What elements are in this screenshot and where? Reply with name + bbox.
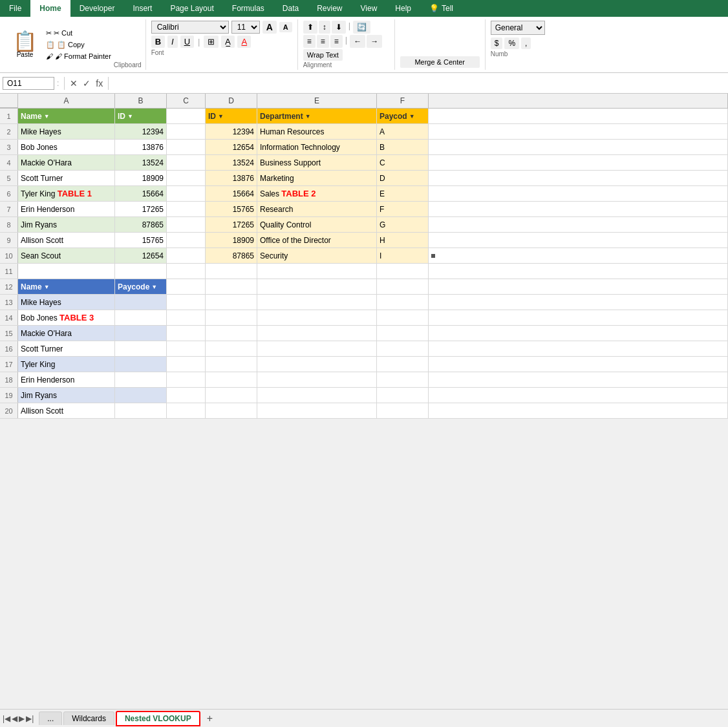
cell-e4[interactable]: Business Support — [257, 155, 377, 170]
cell-c16[interactable] — [167, 341, 206, 356]
cell-c1[interactable] — [167, 109, 206, 123]
cell-f19[interactable] — [377, 388, 429, 403]
t3-name-dd[interactable]: ▼ — [44, 284, 50, 290]
cell-f18[interactable] — [377, 372, 429, 387]
bold-button[interactable]: B — [151, 36, 165, 48]
cell-f16[interactable] — [377, 341, 429, 356]
cell-d17[interactable] — [206, 357, 257, 372]
cell-e11[interactable] — [257, 264, 377, 279]
cell-b10[interactable]: 12654 — [115, 248, 167, 263]
cell-e19[interactable] — [257, 388, 377, 403]
cell-a4[interactable]: Mackie O'Hara — [18, 155, 115, 170]
cell-e2[interactable]: Human Resources — [257, 124, 377, 139]
cell-f9[interactable]: H — [377, 233, 429, 248]
cell-a13[interactable]: Mike Hayes — [18, 295, 115, 310]
cell-d5[interactable]: 13876 — [206, 171, 257, 185]
cell-e7[interactable]: Research — [257, 202, 377, 216]
cell-c11[interactable] — [167, 264, 206, 279]
font-name-select[interactable]: Calibri — [151, 21, 229, 34]
cell-a12[interactable]: Name ▼ — [18, 279, 115, 294]
tab-page-layout[interactable]: Page Layout — [161, 0, 222, 17]
formula-icon[interactable]: fx — [96, 78, 103, 89]
cell-c15[interactable] — [167, 326, 206, 341]
resize-handle[interactable] — [431, 254, 435, 258]
cell-a18[interactable]: Erin Henderson — [18, 372, 115, 387]
paste-button[interactable]: 📋 Paste — [9, 30, 41, 59]
font-grow-button[interactable]: A — [262, 21, 277, 34]
cell-f2[interactable]: A — [377, 124, 429, 139]
cell-e13[interactable] — [257, 295, 377, 310]
cell-f13[interactable] — [377, 295, 429, 310]
cell-b13[interactable] — [115, 295, 167, 310]
tab-data[interactable]: Data — [273, 0, 308, 17]
cell-d18[interactable] — [206, 372, 257, 387]
cell-b17[interactable] — [115, 357, 167, 372]
cell-a7[interactable]: Erin Henderson — [18, 202, 115, 216]
cell-b16[interactable] — [115, 341, 167, 356]
cell-a5[interactable]: Scott Turner — [18, 171, 115, 185]
percent-button[interactable]: % — [504, 37, 519, 49]
t2-id-dd[interactable]: ▼ — [218, 113, 224, 120]
col-header-e[interactable]: E — [257, 94, 377, 108]
cell-c2[interactable] — [167, 124, 206, 139]
tab-home[interactable]: Home — [30, 0, 70, 17]
number-format-select[interactable]: General — [491, 21, 545, 35]
tab-review[interactable]: Review — [308, 0, 351, 17]
cell-c4[interactable] — [167, 155, 206, 170]
cell-d9[interactable]: 18909 — [206, 233, 257, 248]
cell-a2[interactable]: Mike Hayes — [18, 124, 115, 139]
tab-help[interactable]: Help — [386, 0, 420, 17]
cell-a8[interactable]: Jim Ryans — [18, 217, 115, 232]
cell-e20[interactable] — [257, 403, 377, 418]
tab-view[interactable]: View — [352, 0, 387, 17]
cell-e6[interactable]: Sales TABLE 2 — [257, 186, 377, 201]
cell-e18[interactable] — [257, 372, 377, 387]
cell-c6[interactable] — [167, 186, 206, 201]
cell-b5[interactable]: 18909 — [115, 171, 167, 185]
cell-a9[interactable]: Allison Scott — [18, 233, 115, 248]
cell-b11[interactable] — [115, 264, 167, 279]
cell-d19[interactable] — [206, 388, 257, 403]
cell-reference-input[interactable] — [3, 77, 54, 90]
cell-a20[interactable]: Allison Scott — [18, 403, 115, 418]
t2-paycode-dd[interactable]: ▼ — [409, 113, 415, 120]
cell-a17[interactable]: Tyler King — [18, 357, 115, 372]
cell-a3[interactable]: Bob Jones — [18, 140, 115, 154]
cell-e17[interactable] — [257, 357, 377, 372]
orientation-button[interactable]: 🔄 — [353, 21, 370, 34]
tab-developer[interactable]: Developer — [70, 0, 124, 17]
cell-d3[interactable]: 12654 — [206, 140, 257, 154]
decrease-indent-button[interactable]: ← — [350, 35, 365, 48]
tab-tell[interactable]: 💡 Tell — [420, 0, 462, 17]
cell-b20[interactable] — [115, 403, 167, 418]
cell-c14[interactable] — [167, 310, 206, 325]
cell-b7[interactable]: 17265 — [115, 202, 167, 216]
cell-b12[interactable]: Paycode ▼ — [115, 279, 167, 294]
confirm-icon[interactable]: ✓ — [83, 78, 91, 89]
align-bottom-button[interactable]: ⬇ — [332, 21, 346, 34]
col-header-a[interactable]: A — [18, 94, 115, 108]
cell-b4[interactable]: 13524 — [115, 155, 167, 170]
col-header-b[interactable]: B — [115, 94, 167, 108]
cell-d4[interactable]: 13524 — [206, 155, 257, 170]
cell-d14[interactable] — [206, 310, 257, 325]
cell-c10[interactable] — [167, 248, 206, 263]
cell-d13[interactable] — [206, 295, 257, 310]
col-header-g[interactable] — [429, 94, 728, 108]
cell-b6[interactable]: 15664 — [115, 186, 167, 201]
cell-a11[interactable] — [18, 264, 115, 279]
underline-button[interactable]: U — [180, 36, 194, 48]
cell-b2[interactable]: 12394 — [115, 124, 167, 139]
cell-a6[interactable]: Tyler King TABLE 1 — [18, 186, 115, 201]
font-size-select[interactable]: 11 — [231, 21, 260, 34]
cell-a1[interactable]: Name ▼ — [18, 109, 115, 123]
cell-c7[interactable] — [167, 202, 206, 216]
cell-f6[interactable]: E — [377, 186, 429, 201]
font-color-button[interactable]: A — [237, 36, 251, 48]
font-shrink-button[interactable]: A — [279, 22, 292, 32]
cell-c5[interactable] — [167, 171, 206, 185]
cell-b8[interactable]: 87865 — [115, 217, 167, 232]
cell-f12[interactable] — [377, 279, 429, 294]
cell-e1[interactable]: Department ▼ — [257, 109, 377, 123]
cell-e14[interactable] — [257, 310, 377, 325]
